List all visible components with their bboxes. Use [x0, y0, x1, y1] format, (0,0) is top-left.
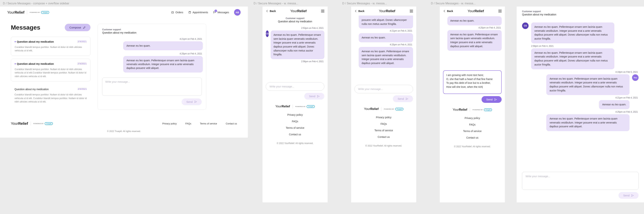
footer-link-contact[interactable]: Contact us: [226, 122, 237, 125]
copyright-text: © 2022 YourRelief. All rights reserved.: [262, 140, 328, 148]
send-icon: [406, 97, 408, 100]
message-bubble: Aenean eu leo quam. Pellentesque ornare …: [531, 23, 614, 43]
sender-avatar: CS: [266, 31, 269, 37]
brand-logo[interactable]: YourRelief: [7, 10, 24, 15]
copyright-text: © 2022 Truepill. All rights reserved.: [11, 126, 237, 136]
message-input[interactable]: Write your message...: [266, 82, 324, 91]
frame-label-mobile1: D / Secure Messages - w. messa...: [251, 0, 339, 7]
conversation-sender-label: Customer support: [102, 28, 206, 31]
message-timestamp: 4:25pm on Feb 4, 2021: [354, 43, 412, 46]
footer-link-faqs[interactable]: FAQs: [380, 123, 387, 125]
message-timestamp: 4:21pm on Feb 4, 2021: [523, 96, 638, 99]
menu-button[interactable]: [498, 10, 502, 12]
thread-subject: Question about my medication: [15, 62, 54, 66]
frame-label-mobile3: D / Secure Messages - w. messa...: [428, 0, 517, 7]
send-button[interactable]: Send: [482, 96, 502, 103]
menu-button[interactable]: [321, 10, 324, 12]
send-button[interactable]: Send: [393, 95, 413, 102]
mobile-frame-3: Back YourRelief Aenean eu leo quam. 4:25…: [440, 7, 505, 202]
desktop-frame: YourRelief POWERED BY Truepill Orders Ap…: [0, 7, 248, 138]
message-timestamp: 2:56pm on Feb 4, 2021: [266, 60, 324, 63]
thread-subject: Question about my medication: [14, 88, 49, 91]
message-input[interactable]: Write your message...: [354, 85, 413, 93]
mobile-frame-1: Back YourRelief Customer support Questio…: [262, 7, 328, 202]
brand-logo[interactable]: YourRelief: [452, 108, 467, 112]
arrow-left-icon: [266, 10, 269, 13]
message-input[interactable]: Write your message...: [522, 172, 638, 190]
footer-link-faqs[interactable]: FAQs: [292, 120, 298, 123]
edit-icon: [83, 26, 86, 29]
conversation-sender-label: Customer support: [266, 17, 324, 20]
footer-link-terms[interactable]: Terms of service: [286, 126, 304, 129]
brand-logo[interactable]: YourRelief: [468, 9, 484, 13]
detail-pane: Customer support Question about my medic…: [517, 7, 644, 202]
message-bubble: Aenean eu leo quam.: [447, 16, 502, 25]
message-timestamp: 4:25pm on Feb 4, 2021: [102, 52, 203, 55]
footer-link-privacy[interactable]: Privacy policy: [162, 122, 176, 125]
compose-button[interactable]: Compose: [65, 24, 90, 31]
compose-area: Send: [102, 78, 206, 105]
send-icon: [494, 98, 497, 101]
mobile-frame-2: Back YourRelief posuere velit aliquet. D…: [351, 7, 416, 202]
menu-button[interactable]: [410, 10, 413, 12]
footer-link-terms[interactable]: Terms of service: [200, 122, 217, 125]
thread-card[interactable]: Question about my medication 2/3/2021 Cu…: [11, 37, 90, 56]
brand-logo[interactable]: YourRelief: [290, 9, 306, 13]
thread-card[interactable]: Question about my medication 2/3/2021 Cu…: [11, 59, 90, 81]
footer-link-terms[interactable]: Terms of service: [463, 130, 482, 133]
brand-logo[interactable]: YourRelief: [364, 107, 378, 111]
footer-link-contact[interactable]: Contact us: [466, 136, 478, 139]
footer-link-contact[interactable]: Contact us: [378, 136, 390, 138]
message-timestamp: 4:25pm on Feb 4, 2021: [523, 111, 638, 113]
arrow-left-icon: [354, 10, 357, 13]
brand-logo[interactable]: YourRelief: [275, 105, 290, 108]
you-avatar: You: [632, 74, 638, 81]
message-timestamp: 4:25pm on Feb 4, 2021: [443, 27, 501, 29]
footer-link-faqs[interactable]: FAQs: [469, 123, 476, 126]
arrow-left-icon: [443, 10, 446, 13]
nav-messages[interactable]: Messages: [213, 11, 229, 14]
conversation-subject: Question about my medication: [266, 20, 324, 23]
send-button[interactable]: Send: [182, 98, 202, 105]
send-button[interactable]: Send: [618, 192, 638, 199]
message-bubble: Aenean eu leo quam. Pellentesque ornare …: [447, 30, 502, 51]
message-bubble: Aenean eu leo quam. Pellentesque ornare …: [123, 56, 203, 72]
message-timestamp: 2:56pm on Feb 4, 2021: [531, 45, 638, 47]
message-bubble: Aenean eu leo quam. Pellentesque ornare …: [546, 114, 630, 131]
thread-date: 2/3/2021: [78, 88, 87, 90]
nav-appointments[interactable]: Appointments: [188, 11, 208, 14]
user-avatar[interactable]: AB: [234, 9, 240, 16]
nav-orders[interactable]: Orders: [171, 11, 183, 14]
conversation-subject: Question about my medication: [102, 31, 206, 34]
message-bubble: Aenean eu leo quam. Pellentesque ornare …: [359, 47, 413, 68]
chat-icon: [213, 11, 216, 14]
brand-logo[interactable]: YourRelief: [11, 122, 28, 126]
app-header: YourRelief POWERED BY Truepill Orders Ap…: [0, 7, 248, 18]
footer-link-terms[interactable]: Terms of service: [374, 129, 393, 132]
message-bubble: Aenean eu leo quam.: [359, 33, 413, 42]
message-bubble: Aenean eu leo quam.: [599, 100, 630, 109]
back-button[interactable]: Back: [443, 10, 453, 13]
footer-link-privacy[interactable]: Privacy policy: [376, 116, 392, 119]
message-input[interactable]: [102, 78, 202, 96]
message-bubble: Aenean eu leo quam. Pellentesque ornare …: [546, 74, 630, 95]
message-input[interactable]: I am growing with more text here; O, she…: [443, 70, 502, 94]
footer-link-privacy[interactable]: Privacy policy: [287, 113, 303, 116]
back-button[interactable]: Back: [266, 10, 276, 13]
message-bubble: Aenean eu leo quam. Pellentesque ornare …: [270, 31, 324, 59]
message-timestamp: 4:21pm on Feb 4, 2021: [354, 30, 412, 32]
message-bubble: posuere velit aliquet. Donec ullamcorper…: [359, 16, 413, 29]
message-timestamp: 4:21pm on Feb 4, 2021: [102, 38, 203, 40]
frame-label-detail: [517, 0, 644, 7]
calendar-icon: [188, 11, 191, 14]
thread-card[interactable]: Question about my medication 2/3/2021 Cu…: [11, 84, 90, 107]
primary-nav: Orders Appointments Messages AB: [171, 9, 240, 16]
footer-link-contact[interactable]: Contact us: [289, 133, 301, 136]
brand-logo[interactable]: YourRelief: [379, 9, 395, 13]
conversation-sender-label: Customer support: [522, 10, 638, 13]
back-button[interactable]: Back: [354, 10, 364, 13]
footer-link-faqs[interactable]: FAQs: [186, 122, 192, 125]
copyright-text: © 2022 YourRelief. All rights reserved.: [351, 142, 416, 151]
send-button[interactable]: Send: [304, 93, 324, 99]
footer-link-privacy[interactable]: Privacy policy: [464, 117, 480, 120]
